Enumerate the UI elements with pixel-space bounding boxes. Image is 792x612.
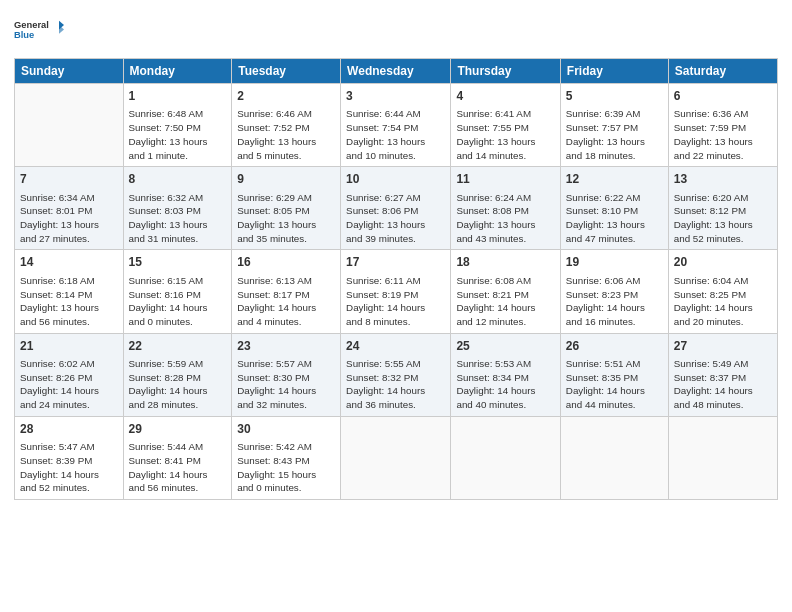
- day-number: 11: [456, 171, 554, 188]
- svg-text:General: General: [14, 20, 49, 30]
- calendar-header-row: SundayMondayTuesdayWednesdayThursdayFrid…: [15, 59, 778, 84]
- calendar-day-cell: 25Sunrise: 5:53 AMSunset: 8:34 PMDayligh…: [451, 333, 560, 416]
- day-info: Sunrise: 5:44 AMSunset: 8:41 PMDaylight:…: [129, 440, 227, 495]
- calendar-day-cell: 23Sunrise: 5:57 AMSunset: 8:30 PMDayligh…: [232, 333, 341, 416]
- day-info: Sunrise: 6:36 AMSunset: 7:59 PMDaylight:…: [674, 107, 772, 162]
- day-info: Sunrise: 5:51 AMSunset: 8:35 PMDaylight:…: [566, 357, 663, 412]
- day-number: 26: [566, 338, 663, 355]
- day-info: Sunrise: 6:13 AMSunset: 8:17 PMDaylight:…: [237, 274, 335, 329]
- calendar-day-cell: 17Sunrise: 6:11 AMSunset: 8:19 PMDayligh…: [341, 250, 451, 333]
- calendar-day-cell: 16Sunrise: 6:13 AMSunset: 8:17 PMDayligh…: [232, 250, 341, 333]
- day-info: Sunrise: 6:24 AMSunset: 8:08 PMDaylight:…: [456, 191, 554, 246]
- calendar-week-row: 28Sunrise: 5:47 AMSunset: 8:39 PMDayligh…: [15, 416, 778, 499]
- calendar-day-cell: 28Sunrise: 5:47 AMSunset: 8:39 PMDayligh…: [15, 416, 124, 499]
- day-info: Sunrise: 6:02 AMSunset: 8:26 PMDaylight:…: [20, 357, 118, 412]
- page: General Blue SundayMondayTuesdayWednesda…: [0, 0, 792, 612]
- day-number: 16: [237, 254, 335, 271]
- calendar-day-cell: 20Sunrise: 6:04 AMSunset: 8:25 PMDayligh…: [668, 250, 777, 333]
- svg-text:Blue: Blue: [14, 30, 34, 40]
- calendar-day-cell: [451, 416, 560, 499]
- day-info: Sunrise: 6:48 AMSunset: 7:50 PMDaylight:…: [129, 107, 227, 162]
- calendar-day-cell: 5Sunrise: 6:39 AMSunset: 7:57 PMDaylight…: [560, 84, 668, 167]
- calendar-day-cell: [668, 416, 777, 499]
- day-number: 6: [674, 88, 772, 105]
- day-number: 17: [346, 254, 445, 271]
- logo-svg: General Blue: [14, 10, 64, 50]
- calendar-day-cell: 27Sunrise: 5:49 AMSunset: 8:37 PMDayligh…: [668, 333, 777, 416]
- day-number: 4: [456, 88, 554, 105]
- calendar-header-monday: Monday: [123, 59, 232, 84]
- day-number: 23: [237, 338, 335, 355]
- calendar-day-cell: 11Sunrise: 6:24 AMSunset: 8:08 PMDayligh…: [451, 167, 560, 250]
- day-number: 18: [456, 254, 554, 271]
- day-number: 15: [129, 254, 227, 271]
- day-number: 13: [674, 171, 772, 188]
- calendar-header-tuesday: Tuesday: [232, 59, 341, 84]
- calendar-day-cell: [341, 416, 451, 499]
- day-info: Sunrise: 6:20 AMSunset: 8:12 PMDaylight:…: [674, 191, 772, 246]
- day-info: Sunrise: 6:06 AMSunset: 8:23 PMDaylight:…: [566, 274, 663, 329]
- calendar-week-row: 7Sunrise: 6:34 AMSunset: 8:01 PMDaylight…: [15, 167, 778, 250]
- calendar-day-cell: 13Sunrise: 6:20 AMSunset: 8:12 PMDayligh…: [668, 167, 777, 250]
- day-info: Sunrise: 6:15 AMSunset: 8:16 PMDaylight:…: [129, 274, 227, 329]
- calendar-week-row: 21Sunrise: 6:02 AMSunset: 8:26 PMDayligh…: [15, 333, 778, 416]
- day-info: Sunrise: 6:11 AMSunset: 8:19 PMDaylight:…: [346, 274, 445, 329]
- day-number: 10: [346, 171, 445, 188]
- day-info: Sunrise: 6:18 AMSunset: 8:14 PMDaylight:…: [20, 274, 118, 329]
- day-info: Sunrise: 5:57 AMSunset: 8:30 PMDaylight:…: [237, 357, 335, 412]
- calendar-day-cell: 3Sunrise: 6:44 AMSunset: 7:54 PMDaylight…: [341, 84, 451, 167]
- day-info: Sunrise: 6:29 AMSunset: 8:05 PMDaylight:…: [237, 191, 335, 246]
- calendar-day-cell: 24Sunrise: 5:55 AMSunset: 8:32 PMDayligh…: [341, 333, 451, 416]
- day-number: 20: [674, 254, 772, 271]
- calendar-day-cell: 21Sunrise: 6:02 AMSunset: 8:26 PMDayligh…: [15, 333, 124, 416]
- day-info: Sunrise: 5:47 AMSunset: 8:39 PMDaylight:…: [20, 440, 118, 495]
- calendar-day-cell: [560, 416, 668, 499]
- day-info: Sunrise: 6:46 AMSunset: 7:52 PMDaylight:…: [237, 107, 335, 162]
- day-number: 25: [456, 338, 554, 355]
- calendar-header-thursday: Thursday: [451, 59, 560, 84]
- calendar-table: SundayMondayTuesdayWednesdayThursdayFrid…: [14, 58, 778, 500]
- calendar-week-row: 14Sunrise: 6:18 AMSunset: 8:14 PMDayligh…: [15, 250, 778, 333]
- calendar-day-cell: 10Sunrise: 6:27 AMSunset: 8:06 PMDayligh…: [341, 167, 451, 250]
- day-info: Sunrise: 6:32 AMSunset: 8:03 PMDaylight:…: [129, 191, 227, 246]
- day-info: Sunrise: 5:53 AMSunset: 8:34 PMDaylight:…: [456, 357, 554, 412]
- day-number: 29: [129, 421, 227, 438]
- day-info: Sunrise: 6:08 AMSunset: 8:21 PMDaylight:…: [456, 274, 554, 329]
- calendar-day-cell: 30Sunrise: 5:42 AMSunset: 8:43 PMDayligh…: [232, 416, 341, 499]
- calendar-day-cell: 14Sunrise: 6:18 AMSunset: 8:14 PMDayligh…: [15, 250, 124, 333]
- calendar-week-row: 1Sunrise: 6:48 AMSunset: 7:50 PMDaylight…: [15, 84, 778, 167]
- day-info: Sunrise: 6:34 AMSunset: 8:01 PMDaylight:…: [20, 191, 118, 246]
- calendar-header-friday: Friday: [560, 59, 668, 84]
- day-number: 24: [346, 338, 445, 355]
- calendar-day-cell: 7Sunrise: 6:34 AMSunset: 8:01 PMDaylight…: [15, 167, 124, 250]
- day-number: 21: [20, 338, 118, 355]
- day-number: 8: [129, 171, 227, 188]
- day-number: 2: [237, 88, 335, 105]
- calendar-header-sunday: Sunday: [15, 59, 124, 84]
- day-info: Sunrise: 6:22 AMSunset: 8:10 PMDaylight:…: [566, 191, 663, 246]
- calendar-day-cell: 15Sunrise: 6:15 AMSunset: 8:16 PMDayligh…: [123, 250, 232, 333]
- calendar-day-cell: 26Sunrise: 5:51 AMSunset: 8:35 PMDayligh…: [560, 333, 668, 416]
- day-number: 19: [566, 254, 663, 271]
- day-number: 5: [566, 88, 663, 105]
- calendar-header-saturday: Saturday: [668, 59, 777, 84]
- day-number: 14: [20, 254, 118, 271]
- day-number: 1: [129, 88, 227, 105]
- calendar-day-cell: 4Sunrise: 6:41 AMSunset: 7:55 PMDaylight…: [451, 84, 560, 167]
- calendar-day-cell: 8Sunrise: 6:32 AMSunset: 8:03 PMDaylight…: [123, 167, 232, 250]
- calendar-header-wednesday: Wednesday: [341, 59, 451, 84]
- day-number: 3: [346, 88, 445, 105]
- day-info: Sunrise: 5:42 AMSunset: 8:43 PMDaylight:…: [237, 440, 335, 495]
- calendar-day-cell: 12Sunrise: 6:22 AMSunset: 8:10 PMDayligh…: [560, 167, 668, 250]
- day-number: 9: [237, 171, 335, 188]
- day-info: Sunrise: 5:59 AMSunset: 8:28 PMDaylight:…: [129, 357, 227, 412]
- day-number: 22: [129, 338, 227, 355]
- logo: General Blue: [14, 10, 64, 50]
- day-number: 28: [20, 421, 118, 438]
- calendar-day-cell: 6Sunrise: 6:36 AMSunset: 7:59 PMDaylight…: [668, 84, 777, 167]
- day-info: Sunrise: 6:39 AMSunset: 7:57 PMDaylight:…: [566, 107, 663, 162]
- day-number: 7: [20, 171, 118, 188]
- day-info: Sunrise: 6:27 AMSunset: 8:06 PMDaylight:…: [346, 191, 445, 246]
- day-number: 30: [237, 421, 335, 438]
- day-info: Sunrise: 6:44 AMSunset: 7:54 PMDaylight:…: [346, 107, 445, 162]
